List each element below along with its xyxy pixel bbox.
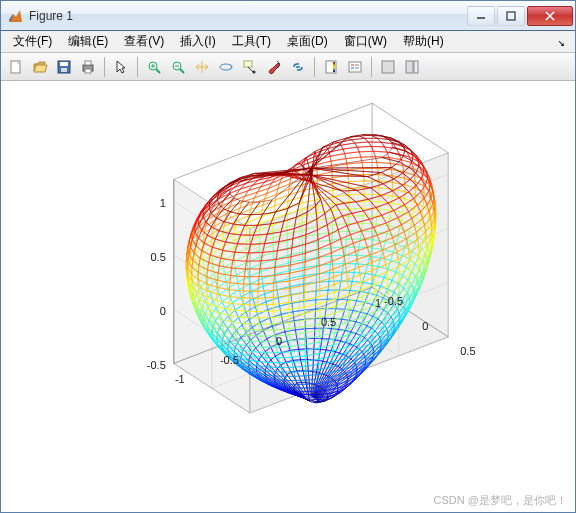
svg-text:1: 1: [375, 297, 381, 309]
toolbar: [1, 53, 575, 81]
svg-text:0.5: 0.5: [150, 251, 165, 263]
zoom-in-icon[interactable]: [143, 56, 165, 78]
matlab-icon: [7, 8, 23, 24]
svg-text:0: 0: [160, 305, 166, 317]
zoom-out-icon[interactable]: [167, 56, 189, 78]
menu-tools[interactable]: 工具(T): [224, 31, 279, 52]
menu-help[interactable]: 帮助(H): [395, 31, 452, 52]
minimize-button[interactable]: [467, 6, 495, 26]
menu-insert[interactable]: 插入(I): [172, 31, 223, 52]
hideplot-icon[interactable]: [377, 56, 399, 78]
menu-edit[interactable]: 编辑(E): [60, 31, 116, 52]
svg-rect-31: [406, 61, 413, 73]
svg-rect-32: [414, 61, 418, 73]
svg-rect-6: [60, 62, 68, 66]
menu-window[interactable]: 窗口(W): [336, 31, 395, 52]
maximize-button[interactable]: [497, 6, 525, 26]
svg-text:0: 0: [276, 335, 282, 347]
svg-text:1: 1: [160, 197, 166, 209]
print-icon[interactable]: [77, 56, 99, 78]
menu-view[interactable]: 查看(V): [116, 31, 172, 52]
svg-line-20: [248, 67, 253, 72]
brush-icon[interactable]: [263, 56, 285, 78]
pan-icon[interactable]: [191, 56, 213, 78]
link-icon[interactable]: [287, 56, 309, 78]
save-icon[interactable]: [53, 56, 75, 78]
newfig-icon[interactable]: [5, 56, 27, 78]
svg-text:-0.5: -0.5: [147, 359, 166, 371]
data-cursor-icon[interactable]: [239, 56, 261, 78]
svg-point-21: [253, 70, 256, 73]
svg-rect-1: [507, 12, 515, 20]
axes-3d[interactable]: -1-0.500.51-0.500.5-0.500.51 CSDN @是梦吧，是…: [1, 81, 575, 512]
svg-text:-0.5: -0.5: [220, 354, 239, 366]
svg-rect-7: [61, 68, 67, 72]
svg-rect-9: [85, 61, 91, 65]
svg-text:-0.5: -0.5: [384, 295, 403, 307]
svg-text:-1: -1: [175, 373, 185, 385]
svg-text:0.5: 0.5: [321, 316, 336, 328]
svg-line-12: [156, 69, 160, 73]
svg-line-16: [180, 69, 184, 73]
watermark: CSDN @是梦吧，是你吧！: [434, 493, 567, 508]
svg-rect-10: [85, 69, 91, 73]
title-bar[interactable]: Figure 1: [1, 1, 575, 31]
svg-rect-19: [244, 61, 252, 67]
rotate3d-icon[interactable]: [215, 56, 237, 78]
svg-text:0: 0: [422, 320, 428, 332]
figure-window: Figure 1 文件(F) 编辑(E) 查看(V) 插入(I) 工具(T) 桌…: [0, 0, 576, 513]
menu-file[interactable]: 文件(F): [5, 31, 60, 52]
window-title: Figure 1: [29, 9, 465, 23]
plottools-icon[interactable]: [401, 56, 423, 78]
dock-icon[interactable]: ↘: [558, 35, 571, 49]
menu-bar: 文件(F) 编辑(E) 查看(V) 插入(I) 工具(T) 桌面(D) 窗口(W…: [1, 31, 575, 53]
svg-rect-30: [382, 61, 394, 73]
close-button[interactable]: [527, 6, 573, 26]
svg-rect-25: [349, 62, 361, 72]
legend-icon[interactable]: [344, 56, 366, 78]
menu-desktop[interactable]: 桌面(D): [279, 31, 336, 52]
colorbar-icon[interactable]: [320, 56, 342, 78]
svg-rect-24: [333, 62, 335, 72]
svg-text:0.5: 0.5: [460, 345, 475, 357]
open-icon[interactable]: [29, 56, 51, 78]
window-buttons: [465, 6, 573, 26]
pointer-icon[interactable]: [110, 56, 132, 78]
